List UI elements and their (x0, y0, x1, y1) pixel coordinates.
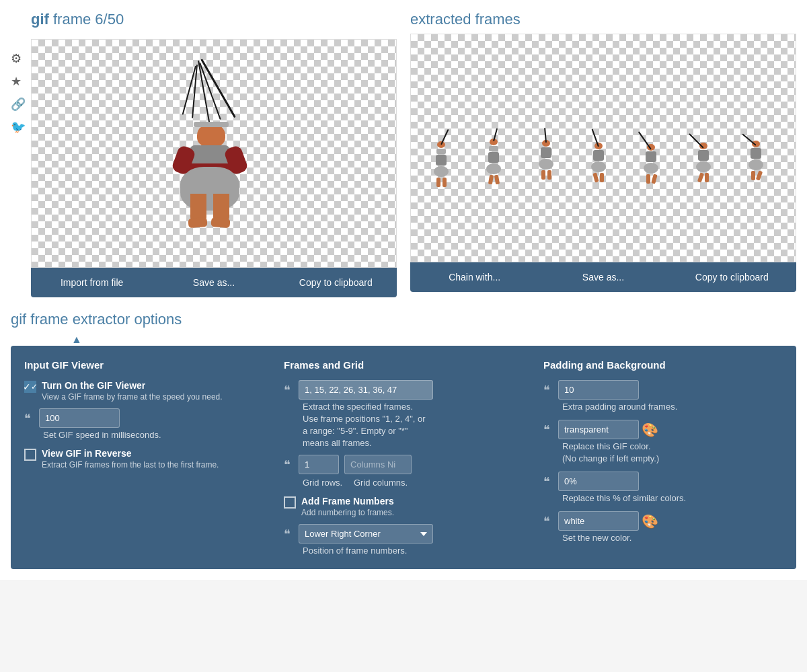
grid-labels: Grid rows. Grid columns. (303, 476, 523, 488)
left-panel: ⚙ ★ 🔗 🐦 gif frame 6/50 (11, 11, 397, 297)
import-from-file-button[interactable]: Import from file (31, 268, 153, 297)
grid-cols-label: Grid columns. (354, 478, 408, 488)
quote-icon-frames: ❝ (284, 384, 291, 396)
mini-char-7 (746, 128, 766, 168)
extracted-preview (410, 34, 796, 262)
grid-rows-input[interactable] (299, 455, 339, 474)
options-arrow-icon[interactable]: ▲ (71, 334, 796, 346)
view-reverse-row[interactable]: View GIF in Reverse Extract GIF frames f… (24, 448, 264, 470)
padding-bg-title: Padding and Background (543, 359, 783, 371)
frames-desc1: Extract the specified frames. (303, 402, 523, 412)
color-wheel-icon-1[interactable]: 🎨 (642, 422, 658, 438)
new-color-input[interactable] (558, 511, 639, 531)
view-reverse-desc: Extract GIF frames from the last to the … (42, 460, 219, 470)
quote-icon-similar: ❝ (543, 476, 550, 488)
turn-on-label-group: Turn On the GIF Viewer View a GIF frame … (42, 380, 223, 402)
turn-on-desc: View a GIF frame by frame at the speed y… (42, 392, 223, 402)
similar-desc: Replace this % of similar colors. (562, 493, 783, 503)
sidebar-icons: ⚙ ★ 🔗 🐦 (11, 11, 26, 297)
replace-color-desc2: (No change if left empty.) (562, 453, 783, 463)
add-numbers-checkbox[interactable] (284, 496, 296, 509)
frames-input[interactable] (299, 380, 433, 400)
padding-bg-col: Padding and Background ❝ Extra padding a… (543, 359, 783, 556)
view-reverse-label-group: View GIF in Reverse Extract GIF frames f… (42, 448, 219, 470)
turn-on-label: Turn On the GIF Viewer (42, 380, 223, 391)
options-panel: Input GIF Viewer ✓ Turn On the GIF Viewe… (11, 346, 796, 569)
frame-thumb-5 (627, 118, 675, 178)
color-wheel-icon-2[interactable]: 🎨 (642, 513, 658, 529)
frame-thumb-2 (470, 118, 517, 178)
canvas-area: gif frame 6/50 (31, 11, 397, 297)
padding-input[interactable] (558, 380, 639, 400)
replace-color-input[interactable] (558, 420, 639, 439)
mini-char-2 (484, 128, 504, 168)
save-as-button-left[interactable]: Save as... (153, 268, 274, 297)
frame-thumb-7 (732, 118, 779, 178)
mini-char-5 (641, 128, 661, 168)
quote-icon-position: ❝ (284, 528, 291, 540)
quote-icon-grid: ❝ (284, 459, 291, 471)
mini-char-6 (693, 128, 714, 168)
view-reverse-label: View GIF in Reverse (42, 448, 219, 459)
add-numbers-row[interactable]: Add Frame Numbers Add numbering to frame… (284, 496, 523, 517)
frame-thumb-6 (680, 118, 727, 178)
new-color-desc: Set the new color. (562, 533, 783, 543)
replace-color-with-icon: 🎨 (558, 420, 658, 439)
add-numbers-desc: Add numbering to frames. (301, 508, 394, 517)
quote-icon-speed: ❝ (24, 412, 31, 424)
copy-to-clipboard-button-left[interactable]: Copy to clipboard (275, 268, 397, 297)
similar-input-row: ❝ (543, 472, 783, 491)
turn-on-checkbox[interactable]: ✓ (24, 381, 36, 393)
turn-on-row[interactable]: ✓ Turn On the GIF Viewer View a GIF fram… (24, 380, 264, 402)
extracted-title: extracted frames (410, 11, 796, 28)
left-panel-inner: ⚙ ★ 🔗 🐦 gif frame 6/50 (11, 11, 397, 297)
speed-input-row: ❝ (24, 408, 264, 428)
chain-with-button[interactable]: Chain with... (410, 262, 539, 292)
padding-input-row: ❝ (543, 380, 783, 400)
star-icon[interactable]: ★ (11, 74, 26, 89)
new-color-input-row: ❝ 🎨 (543, 511, 783, 531)
mini-char-3 (536, 128, 556, 168)
mini-char-4 (588, 128, 609, 168)
top-section: ⚙ ★ 🔗 🐦 gif frame 6/50 (11, 11, 796, 297)
page: ⚙ ★ 🔗 🐦 gif frame 6/50 (0, 0, 807, 580)
gear-icon[interactable]: ⚙ (11, 51, 26, 66)
grid-input-row: ❝ (284, 455, 523, 474)
title-row: gif frame 6/50 (31, 11, 397, 34)
input-gif-title: Input GIF Viewer (24, 359, 264, 371)
similar-input[interactable] (558, 472, 639, 491)
save-as-button-right[interactable]: Save as... (539, 262, 667, 292)
replace-color-input-row: ❝ 🎨 (543, 420, 783, 439)
options-title: gif frame extractor options (11, 311, 796, 328)
frame-thumb-1 (418, 118, 465, 178)
padding-desc: Extra padding around frames. (562, 402, 783, 412)
position-desc: Position of frame numbers. (303, 546, 523, 556)
right-panel: extracted frames (410, 11, 796, 297)
frames-grid-title: Frames and Grid (284, 359, 523, 371)
main-preview (31, 39, 397, 268)
speed-desc: Set GIF speed in milliseconds. (43, 430, 264, 440)
grid-cols-input[interactable] (344, 455, 412, 474)
position-select[interactable]: Upper Left Corner Upper Right Corner Low… (299, 524, 433, 544)
quote-icon-new-color: ❝ (543, 515, 550, 527)
frames-desc2: Use frame positions "1, 2, 4", or (303, 414, 523, 424)
left-action-buttons: Import from file Save as... Copy to clip… (31, 268, 397, 297)
options-section: gif frame extractor options ▲ Input GIF … (11, 311, 796, 569)
new-color-with-icon: 🎨 (558, 511, 658, 531)
speed-input[interactable] (39, 408, 120, 428)
frame-thumb-3 (523, 118, 570, 178)
frames-input-row: ❝ (284, 380, 523, 400)
frame-thumb-4 (575, 118, 622, 178)
twitter-icon[interactable]: 🐦 (11, 120, 26, 135)
link-icon[interactable]: 🔗 (11, 97, 26, 112)
add-numbers-label-group: Add Frame Numbers Add numbering to frame… (301, 496, 394, 517)
frames-desc3: a range: "5-9". Empty or "*" (303, 426, 523, 436)
view-reverse-checkbox[interactable] (24, 449, 36, 461)
quote-icon-padding: ❝ (543, 384, 550, 396)
frames-grid-col: Frames and Grid ❝ Extract the specified … (284, 359, 523, 556)
grid-inputs (299, 455, 412, 474)
grid-rows-label: Grid rows. (303, 478, 343, 488)
add-numbers-label: Add Frame Numbers (301, 496, 394, 507)
mini-char-1 (431, 128, 451, 168)
copy-to-clipboard-button-right[interactable]: Copy to clipboard (668, 262, 796, 292)
